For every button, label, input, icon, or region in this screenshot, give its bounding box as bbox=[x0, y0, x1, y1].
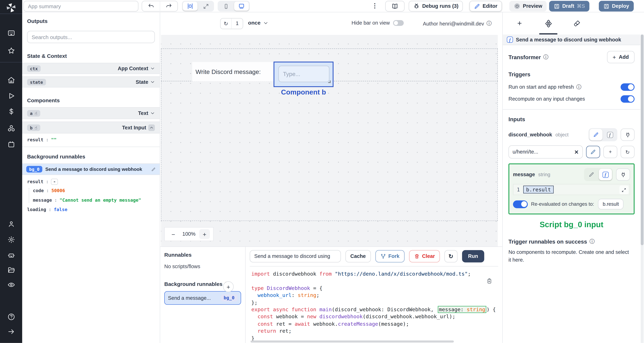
draft-button[interactable]: Draft ⌘S bbox=[549, 1, 590, 12]
expand-editor-button[interactable] bbox=[620, 186, 628, 194]
reeval-toggle[interactable] bbox=[513, 200, 528, 208]
app-summary-input[interactable] bbox=[24, 1, 138, 12]
connect-plug-button[interactable] bbox=[616, 168, 630, 181]
b-result-row[interactable]: result: "" bbox=[27, 137, 155, 142]
more-menu-button[interactable]: ⋮ bbox=[372, 2, 378, 10]
rail-item-users[interactable] bbox=[0, 220, 22, 228]
code-line[interactable]: const ret = await webhook.createMessage(… bbox=[251, 321, 498, 328]
static-mode-button[interactable] bbox=[590, 129, 602, 140]
divider bbox=[22, 147, 160, 147]
clear-button[interactable]: Clear bbox=[409, 250, 440, 262]
rail-item-variables[interactable] bbox=[0, 108, 22, 116]
add-background-runnable-button[interactable]: + bbox=[223, 281, 234, 292]
horizontal-scrollbar[interactable] bbox=[250, 340, 454, 342]
recompute-toggle[interactable] bbox=[620, 95, 634, 103]
search-outputs-input[interactable] bbox=[27, 31, 155, 43]
rail-item-favorites[interactable] bbox=[0, 47, 22, 54]
rail-item-resources[interactable] bbox=[0, 124, 22, 132]
refresh-resource-button[interactable]: ↻ bbox=[620, 146, 634, 158]
fullwidth-layout-button[interactable] bbox=[198, 2, 213, 11]
code-line[interactable]: webhook_url: string; bbox=[251, 292, 498, 299]
docs-button[interactable] bbox=[385, 1, 404, 12]
deploy-button[interactable]: Deploy bbox=[599, 1, 634, 12]
rail-collapse-button[interactable] bbox=[0, 328, 22, 336]
edit-pencil-icon[interactable] bbox=[151, 167, 156, 172]
fork-button[interactable]: Fork bbox=[375, 250, 404, 262]
rail-item-settings[interactable] bbox=[0, 236, 22, 244]
rail-item-schedules[interactable] bbox=[0, 140, 22, 148]
copy-code-button[interactable] bbox=[486, 278, 492, 284]
output-row-bg0[interactable]: bg_0 Send a message to discord using web… bbox=[22, 164, 160, 175]
code-line[interactable]: return ret; bbox=[251, 328, 498, 335]
refresh-count-box[interactable]: ↻ 1 bbox=[220, 18, 243, 29]
reeval-label: Re-evaluated on changes to: bbox=[531, 201, 594, 207]
cache-button[interactable]: Cache bbox=[346, 250, 371, 262]
code-line[interactable]: const webhook = new discordwebhook(disco… bbox=[251, 314, 498, 321]
rail-item-audit[interactable] bbox=[0, 281, 22, 288]
rail-item-folders[interactable] bbox=[0, 266, 22, 274]
resize-handle[interactable] bbox=[328, 80, 331, 83]
code-editor-panel: Cache Fork Clear ↻ Run import discordweb… bbox=[246, 247, 502, 343]
preview-button[interactable]: Preview bbox=[509, 1, 547, 12]
rail-item-runs[interactable] bbox=[0, 92, 22, 100]
runnable-item-bg0[interactable]: Send a message... bg_0 bbox=[164, 291, 241, 305]
code-line[interactable]: }; bbox=[251, 299, 498, 306]
output-row-state[interactable]: state State bbox=[22, 76, 160, 87]
scrollbar-thumb[interactable] bbox=[641, 34, 644, 245]
undo-button[interactable] bbox=[142, 1, 160, 12]
add-transformer-button[interactable]: +Add bbox=[607, 51, 634, 63]
rail-item-help[interactable] bbox=[0, 313, 22, 321]
clear-resource-button[interactable]: ✕ bbox=[574, 149, 579, 155]
save-icon bbox=[554, 3, 560, 9]
output-row-ctx[interactable]: ctx App Context bbox=[22, 63, 160, 74]
static-mode-button[interactable] bbox=[585, 169, 598, 180]
connect-plug-button[interactable] bbox=[620, 128, 634, 141]
rail-item-apps[interactable] bbox=[0, 29, 22, 37]
resource-picker[interactable]: u/henri/te... ✕ bbox=[508, 145, 583, 158]
code-line[interactable] bbox=[251, 278, 498, 285]
rail-item-home[interactable] bbox=[0, 76, 22, 84]
diamonds-icon bbox=[544, 20, 552, 27]
windmill-logo[interactable] bbox=[0, 2, 22, 13]
textinput-component-b[interactable] bbox=[274, 62, 334, 87]
code-line[interactable]: export async function main(discord_webho… bbox=[251, 306, 498, 314]
code-line[interactable]: import discordwebhook from "https://deno… bbox=[251, 271, 498, 278]
bg0-result-row[interactable]: result: - bbox=[27, 178, 155, 185]
bg0-code-row: code: 50006 bbox=[33, 188, 155, 194]
tab-component-settings[interactable] bbox=[543, 15, 554, 32]
add-resource-button[interactable]: + bbox=[603, 146, 617, 158]
zoom-out-button[interactable]: − bbox=[168, 229, 179, 239]
chevron-up-icon[interactable] bbox=[148, 124, 155, 131]
redo-button[interactable] bbox=[160, 1, 178, 12]
canvas-area: ↻ 1 once Hide bar on view Author henri@w… bbox=[160, 12, 502, 246]
run-on-start-toggle[interactable] bbox=[620, 83, 634, 91]
debug-runs-button[interactable]: Debug runs (3) bbox=[408, 1, 463, 12]
code-editor[interactable]: import discordwebhook from "https://deno… bbox=[250, 266, 498, 343]
eval-mode-button[interactable]: f bbox=[603, 129, 616, 140]
code-line[interactable]: type DiscordWebhook = { bbox=[251, 285, 498, 292]
canvas-grid[interactable]: Write Discord message: Component b − 100… bbox=[161, 35, 498, 246]
run-button[interactable]: Run bbox=[462, 250, 484, 262]
refresh-script-button[interactable]: ↻ bbox=[444, 250, 457, 262]
output-row-component-a[interactable]: a☝ Text bbox=[22, 107, 160, 119]
reeval-target-badge[interactable]: b.result bbox=[598, 199, 624, 210]
refresh-mode-dropdown[interactable]: once bbox=[248, 20, 268, 26]
collapse-toggle[interactable]: - bbox=[51, 178, 58, 185]
zoom-in-button[interactable]: + bbox=[199, 229, 210, 239]
desktop-view-button[interactable] bbox=[234, 2, 249, 11]
editor-tab-button[interactable]: Editor bbox=[470, 1, 502, 12]
script-title-input[interactable] bbox=[250, 250, 341, 262]
mobile-view-button[interactable] bbox=[218, 2, 233, 11]
align-center-icon bbox=[187, 3, 194, 10]
hide-bar-toggle[interactable] bbox=[393, 20, 404, 26]
tab-add-component[interactable]: + bbox=[514, 15, 525, 32]
eval-mode-button[interactable]: f bbox=[599, 169, 612, 180]
output-row-component-b[interactable]: b☝ Text Input bbox=[22, 122, 160, 134]
edit-resource-button[interactable] bbox=[586, 146, 600, 158]
message-expression-editor[interactable]: 1 b.result bbox=[513, 184, 630, 195]
rail-item-workers[interactable] bbox=[0, 251, 22, 259]
center-layout-button[interactable] bbox=[183, 2, 198, 11]
triggers-header: Triggers bbox=[508, 72, 634, 78]
tab-styling[interactable] bbox=[572, 15, 582, 32]
discord-message-input[interactable] bbox=[278, 66, 330, 82]
